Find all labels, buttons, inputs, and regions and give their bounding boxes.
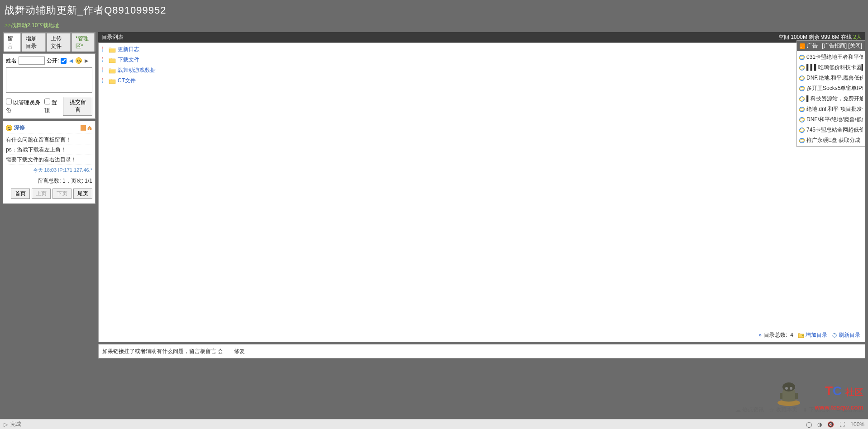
ad-text: 绝地.dnf.和平 项目批发卡盟 [806,105,863,113]
zoom-level[interactable]: 100% [850,421,864,428]
notice-text: 如果链接挂了或者辅助有什么问题，留言板留言 会一一修复 [102,348,245,355]
watermark: TC 社区 www.tcsqw.com [773,370,863,411]
message-meta: 今天 18:03 IP:171.127.46.* [6,165,92,175]
sort-icon[interactable]: ↑↓ [101,57,107,63]
name-input[interactable] [19,57,45,65]
submit-button[interactable]: 提交留言 [63,97,92,116]
arrow-right-icon[interactable]: ▶ [84,58,89,64]
svg-point-20 [782,382,795,391]
first-page-button[interactable]: 首页 [11,189,30,199]
file-row[interactable]: ↑↓CT文件 [99,75,865,86]
ad-item[interactable]: ▌科技资源站，免费开通分站▌ [798,94,864,104]
exit-link[interactable]: ✕ 退出系统 [836,406,863,414]
message-header: 深修 [6,124,92,133]
left-panel: 留 言增加目录上传文件*管理区* 姓名 公开: ◀ ▶ 以管理员身份 置顶 提交… [3,32,95,342]
ad-item[interactable]: 绝地.dnf.和平 项目批发卡盟 [798,104,864,114]
ad-text: 745卡盟总站全网超低价拿卡 [806,126,863,134]
favorite-link[interactable]: ☆ 收藏本页 [769,406,797,414]
ie-icon [799,54,805,61]
ad-text: ▌科技资源站，免费开通分站▌ [806,95,863,103]
rss-icon [800,43,805,49]
tab-0[interactable]: 留 言 [4,33,21,52]
ad-item[interactable]: 031卡盟绝地王者和平低价提卡 [798,52,864,62]
message-line: 有什么问题在留言板留言！ [6,135,92,145]
tab-3[interactable]: *管理区* [72,33,95,52]
status-icon-1[interactable]: ◯ [806,421,812,428]
status-icon-2[interactable]: ◑ [817,421,822,428]
ad-recruit-link[interactable]: [广告招商] [822,42,847,49]
message-textarea[interactable] [6,67,92,93]
refresh-directory-link[interactable]: 刷新目录 [832,331,860,339]
sort-icon[interactable]: ↑↓ [101,78,107,84]
add-directory-link[interactable]: + 增加目录 [798,331,827,339]
folder-icon [109,47,116,53]
ie-icon [799,85,805,92]
play-icon[interactable]: ▷ [4,421,8,428]
download-link[interactable]: 战舞动2.10下载地址 [11,22,59,28]
ie-icon [799,75,805,81]
pin-checkbox[interactable] [44,99,50,104]
svg-point-21 [785,387,788,390]
volume-icon[interactable]: 🔇 [827,421,834,428]
subheader: >>战舞动2.10下载地址 [0,19,868,32]
ie-icon [799,96,805,102]
ie-icon [799,127,805,133]
ad-text: 推广永硕E盘 获取分成 [806,137,860,144]
hot-news-link[interactable]: ☁ 热点资讯 [735,406,764,414]
prev-page-button[interactable]: 上页 [32,189,51,199]
file-name: 下载文件 [118,56,139,64]
svg-rect-24 [795,393,798,399]
ad-text: ▌▌▌吃鸡低价科技卡盟▌▌▌ [806,64,863,71]
svg-rect-23 [780,393,782,399]
fullscreen-icon[interactable]: ⛶ [839,421,845,428]
ad-item[interactable]: DNF/和平/绝地/魔兽/低价卡盟 [798,114,864,125]
admin-checkbox-label[interactable]: 以管理员身份 [6,99,42,114]
arrow-left-icon[interactable]: ◀ [68,58,74,64]
ad-panel: 广告 [广告招商] [关闭] 031卡盟绝地王者和平低价提卡▌▌▌吃鸡低价科技卡… [796,40,865,147]
directory-count: » 目录总数: 4 [758,331,793,339]
pin-checkbox-label[interactable]: 置顶 [44,99,61,114]
refresh-icon [832,333,837,338]
messages-box: 深修 有什么问题在留言板留言！ps：游戏下载看左上角！需要下载文件的看右边目录！… [3,121,95,204]
directory-list-title: 目录列表 [102,33,778,41]
public-checkbox[interactable] [61,58,67,64]
ad-item[interactable]: DNF.绝地.和平.魔兽低价卡盟 [798,73,864,83]
notice-bar: 如果链接挂了或者辅助有什么问题，留言板留言 会一一修复 [98,344,865,358]
name-label: 姓名 [6,57,17,65]
status-done: 完成 [10,420,21,428]
sort-icon[interactable]: ↑↓ [101,67,107,74]
file-row[interactable]: ↑↓下载文件 [99,55,865,65]
file-row[interactable]: ↑↓战舞动游戏数据 [99,65,865,75]
status-bar: ▷ 完成 ◯ ◑ 🔇 ⛶ 100% [0,419,868,429]
ad-header: 广告 [广告招商] [关闭] [797,41,865,51]
file-row[interactable]: ↑↓更新日志 [99,44,865,55]
next-page-button[interactable]: 下页 [52,189,72,199]
main-container: 留 言增加目录上传文件*管理区* 姓名 公开: ◀ ▶ 以管理员身份 置顶 提交… [0,32,868,342]
sort-icon[interactable]: ↑↓ [101,47,107,53]
right-panel: 目录列表 空间 1000M 剩余 999.6M 在线 2人 ↑↓更新日志↑↓下载… [98,32,865,342]
last-page-button[interactable]: 尾页 [73,189,92,199]
footer-toolbar: ☁ 热点资讯 ☆ 收藏本页 ⬇ 下载记录 ✕ 退出系统 [735,406,863,414]
person-icon[interactable] [81,125,86,131]
svg-point-22 [790,387,792,390]
ad-close-link[interactable]: [关闭] [848,42,862,49]
folder-icon [109,78,116,84]
tab-2[interactable]: 上传文件 [47,33,71,52]
message-stats: 留言总数: 1，页次: 1/1 [6,175,92,187]
name-row: 姓名 公开: ◀ ▶ [6,57,92,65]
home-icon[interactable] [87,125,92,131]
message-line: 需要下载文件的看右边目录！ [6,155,92,165]
download-log-link[interactable]: ⬇ 下载记录 [803,406,830,414]
ad-item[interactable]: 推广永硕E盘 获取分成 [798,135,864,146]
folder-add-icon: + [798,333,804,338]
ad-item[interactable]: ▌▌▌吃鸡低价科技卡盟▌▌▌ [798,62,864,73]
ad-item[interactable]: 多开王Socks5单窗单IP稳定高速 [798,83,864,94]
admin-checkbox[interactable] [6,99,12,104]
ad-item[interactable]: 745卡盟总站全网超低价拿卡 [798,125,864,135]
pagination: 首页 上页 下页 尾页 [6,187,92,201]
message-form: 姓名 公开: ◀ ▶ 以管理员身份 置顶 提交留言 [3,53,95,119]
tab-1[interactable]: 增加目录 [22,33,46,52]
content-header: 目录列表 空间 1000M 剩余 999.6M 在线 2人 [98,32,865,42]
message-line: ps：游戏下载看左上角！ [6,145,92,155]
smiley-icon[interactable] [76,57,82,64]
